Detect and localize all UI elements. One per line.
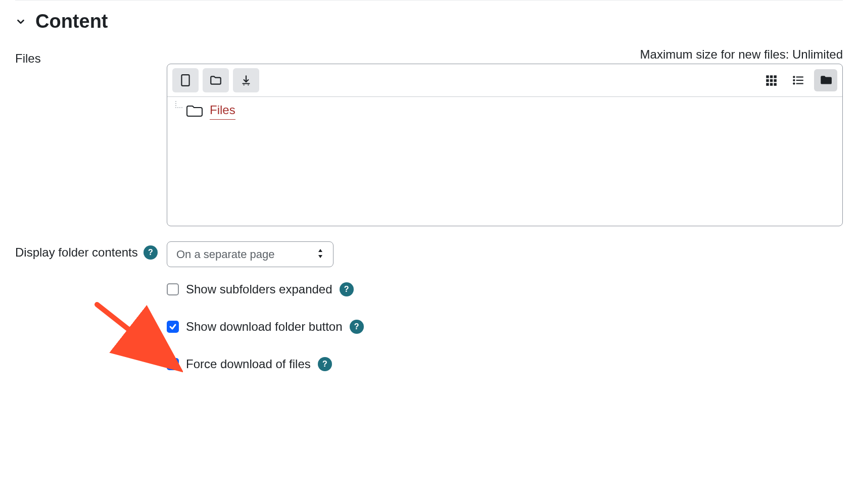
svg-rect-0 [181, 75, 189, 86]
svg-rect-10 [770, 83, 773, 85]
create-folder-button[interactable] [203, 68, 229, 92]
folder-icon [185, 103, 204, 118]
show-subfolders-row: Show subfolders expanded ? [167, 282, 843, 296]
show-download-button-label: Show download folder button [186, 320, 343, 334]
force-download-row: Force download of files ? [167, 357, 843, 371]
display-folder-contents-label: Display folder contents [15, 245, 138, 260]
show-download-button-row: Show download folder button ? [167, 320, 843, 334]
svg-point-14 [793, 79, 795, 81]
file-tree-root[interactable]: Files [173, 101, 836, 120]
section-divider [15, 0, 843, 1]
svg-rect-6 [766, 79, 769, 82]
show-subfolders-label: Show subfolders expanded [186, 282, 332, 296]
svg-rect-3 [766, 75, 769, 78]
file-picker: Files [167, 64, 843, 226]
download-all-button[interactable] [233, 68, 259, 92]
help-icon[interactable]: ? [340, 282, 354, 296]
display-folder-contents-select-wrap: On a separate page [167, 241, 333, 267]
section-toggle-content[interactable]: Content [15, 11, 843, 32]
chevron-down-icon [15, 16, 26, 27]
view-icons-button[interactable] [759, 69, 783, 91]
svg-rect-9 [766, 83, 769, 85]
svg-rect-15 [796, 80, 803, 81]
display-folder-contents-select[interactable]: On a separate page [167, 241, 333, 267]
help-icon[interactable]: ? [350, 320, 364, 334]
files-label: Files [15, 52, 41, 66]
section-title: Content [35, 11, 108, 32]
svg-point-2 [248, 84, 249, 85]
force-download-checkbox[interactable] [167, 358, 179, 370]
svg-rect-13 [796, 76, 803, 77]
max-file-size-text: Maximum size for new files: Unlimited [167, 47, 843, 62]
svg-point-16 [793, 82, 795, 84]
svg-rect-4 [770, 75, 773, 78]
file-tree-root-label[interactable]: Files [210, 101, 235, 120]
svg-rect-8 [774, 79, 776, 82]
svg-rect-17 [796, 83, 803, 84]
svg-point-12 [793, 76, 795, 78]
svg-rect-7 [770, 79, 773, 82]
show-download-button-checkbox[interactable] [167, 321, 179, 333]
svg-rect-5 [774, 75, 776, 78]
force-download-label: Force download of files [186, 357, 311, 371]
file-picker-toolbar [167, 64, 842, 97]
file-picker-body[interactable]: Files [167, 97, 842, 226]
view-list-button[interactable] [787, 69, 810, 91]
view-tree-button[interactable] [814, 69, 837, 91]
show-subfolders-checkbox[interactable] [167, 283, 179, 295]
help-icon[interactable]: ? [318, 357, 332, 371]
help-icon[interactable]: ? [144, 245, 158, 260]
svg-rect-11 [774, 83, 776, 85]
add-file-button[interactable] [172, 68, 199, 92]
svg-point-1 [244, 84, 245, 85]
